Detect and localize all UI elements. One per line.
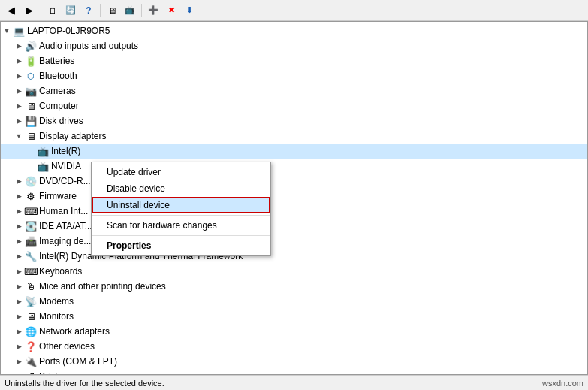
intel-label: Intel(R) <box>51 146 80 156</box>
audio-label: Audio inputs and outputs <box>39 41 138 51</box>
ide-arrow: ▶ <box>13 220 25 232</box>
update-driver-button[interactable]: 🔄 <box>62 2 79 19</box>
disk-label: Disk drives <box>39 116 83 126</box>
tree-item-display[interactable]: ▼ 🖥 Display adapters <box>1 128 587 144</box>
cameras-label: Cameras <box>39 86 76 96</box>
tree-item-nvidia[interactable]: ▶ 📺 NVIDIA <box>1 159 587 174</box>
imaging-arrow: ▶ <box>13 235 25 247</box>
tree-item-intel[interactable]: ▶ 📺 Intel(R) <box>1 144 587 159</box>
audio-icon: 🔊 <box>25 40 37 52</box>
tree-item-batteries[interactable]: ▶ 🔋 Batteries <box>1 53 587 68</box>
root-label: LAPTOP-0LJR9OR5 <box>27 26 110 36</box>
status-message: Uninstalls the driver for the selected d… <box>5 379 164 388</box>
separator-2 <box>100 4 101 17</box>
tree-item-monitors[interactable]: ▶ 🖥 Monitors <box>1 309 587 324</box>
properties-button[interactable]: 🗒 <box>44 2 61 19</box>
other-icon: ❓ <box>25 340 37 352</box>
tree-item-human[interactable]: ▶ ⌨ Human Int... <box>1 204 587 219</box>
device-tree[interactable]: ▼ 💻 LAPTOP-0LJR9OR5 ▶ 🔊 Audio inputs and… <box>1 22 587 374</box>
ctx-uninstall-device[interactable]: Uninstall device <box>92 197 270 213</box>
tree-item-disk[interactable]: ▶ 💾 Disk drives <box>1 113 587 128</box>
back-button[interactable]: ◀ <box>3 2 20 19</box>
tree-item-dvd[interactable]: ▶ 💿 DVD/CD-R... <box>1 174 587 189</box>
ctx-disable-device[interactable]: Disable device <box>92 180 270 197</box>
screen-button[interactable]: 🖥 <box>104 2 120 19</box>
tree-item-modems[interactable]: ▶ 📡 Modems <box>1 294 587 309</box>
tree-root[interactable]: ▼ 💻 LAPTOP-0LJR9OR5 <box>1 23 587 38</box>
ports-label: Ports (COM & LPT) <box>39 356 117 367</box>
disk-arrow: ▶ <box>13 115 25 127</box>
computer-icon2: 🖥 <box>25 100 37 112</box>
display-arrow: ▼ <box>13 130 25 142</box>
dvd-label: DVD/CD-R... <box>39 176 91 186</box>
intel-platform-icon: 🔧 <box>25 250 37 262</box>
ctx-properties[interactable]: Properties <box>92 237 270 254</box>
tree-item-firmware[interactable]: ▶ ⚙ Firmware <box>1 189 587 204</box>
display-icon: 🖥 <box>25 130 37 142</box>
ide-icon: 💽 <box>25 220 37 232</box>
keyboards-label: Keyboards <box>39 266 82 277</box>
batteries-icon: 🔋 <box>25 55 37 67</box>
tree-item-other[interactable]: ▶ ❓ Other devices <box>1 339 587 354</box>
human-label: Human Int... <box>39 206 88 216</box>
tree-item-mice[interactable]: ▶ 🖱 Mice and other pointing devices <box>1 279 587 294</box>
firmware-arrow: ▶ <box>13 190 25 202</box>
batteries-arrow: ▶ <box>13 55 25 67</box>
ctx-update-driver[interactable]: Update driver <box>92 164 270 180</box>
network-arrow: ▶ <box>13 325 25 337</box>
mice-arrow: ▶ <box>13 280 25 292</box>
cameras-icon: 📷 <box>25 85 37 97</box>
display-label: Display adapters <box>39 131 106 141</box>
disk-icon: 💾 <box>25 115 37 127</box>
status-bar: Uninstalls the driver for the selected d… <box>0 375 588 390</box>
remove-button[interactable]: ✖ <box>163 2 179 19</box>
ide-label: IDE ATA/AT... <box>39 221 92 231</box>
computer-icon: 💻 <box>13 25 25 37</box>
mice-icon: 🖱 <box>25 280 37 292</box>
tree-item-network[interactable]: ▶ 🌐 Network adapters <box>1 324 587 339</box>
intel-icon: 📺 <box>37 145 49 157</box>
tree-item-ide[interactable]: ▶ 💽 IDE ATA/AT... <box>1 219 587 234</box>
tree-item-print[interactable]: ▶ 🖨 Print queues <box>1 369 587 374</box>
tree-item-keyboards[interactable]: ▶ ⌨ Keyboards <box>1 264 587 279</box>
keyboards-icon: ⌨ <box>25 265 37 277</box>
status-watermark: wsxdn.com <box>542 379 583 388</box>
tree-item-bluetooth[interactable]: ▶ ⬡ Bluetooth <box>1 68 587 83</box>
firmware-icon: ⚙ <box>25 190 37 202</box>
ports-arrow: ▶ <box>13 355 25 367</box>
bluetooth-arrow: ▶ <box>13 70 25 82</box>
download-button[interactable]: ⬇ <box>181 2 198 19</box>
mice-label: Mice and other pointing devices <box>39 281 166 292</box>
modems-icon: 📡 <box>25 295 37 307</box>
ports-icon: 🔌 <box>25 355 37 367</box>
other-arrow: ▶ <box>13 340 25 352</box>
tree-item-imaging[interactable]: ▶ 📠 Imaging de... <box>1 234 587 249</box>
monitors-icon: 🖥 <box>25 310 37 322</box>
toolbar: ◀ ▶ 🗒 🔄 ? 🖥 📺 ➕ ✖ ⬇ <box>0 0 588 21</box>
network-label: Network adapters <box>39 326 110 337</box>
imaging-label: Imaging de... <box>39 236 91 246</box>
tree-item-audio[interactable]: ▶ 🔊 Audio inputs and outputs <box>1 38 587 53</box>
add-button[interactable]: ➕ <box>145 2 161 19</box>
nvidia-label: NVIDIA <box>51 161 81 171</box>
nvidia-icon: 📺 <box>37 160 49 172</box>
network-icon: 🌐 <box>25 325 37 337</box>
monitors-arrow: ▶ <box>13 310 25 322</box>
print-label: Print queues <box>39 371 89 374</box>
scan-button[interactable]: 📺 <box>122 2 138 19</box>
intel-platform-arrow: ▶ <box>13 250 25 262</box>
tree-item-intel-platform[interactable]: ▶ 🔧 Intel(R) Dynamic Platform and Therma… <box>1 249 587 264</box>
ctx-scan[interactable]: Scan for hardware changes <box>92 217 270 234</box>
tree-item-computer[interactable]: ▶ 🖥 Computer <box>1 98 587 113</box>
human-icon: ⌨ <box>25 205 37 217</box>
computer-arrow: ▶ <box>13 100 25 112</box>
root-arrow: ▼ <box>1 25 13 37</box>
separator-1 <box>41 4 41 17</box>
other-label: Other devices <box>39 341 95 352</box>
help-button[interactable]: ? <box>80 2 97 19</box>
forward-button[interactable]: ▶ <box>21 2 38 19</box>
dvd-arrow: ▶ <box>13 175 25 187</box>
tree-item-ports[interactable]: ▶ 🔌 Ports (COM & LPT) <box>1 354 587 369</box>
monitors-label: Monitors <box>39 311 74 322</box>
tree-item-cameras[interactable]: ▶ 📷 Cameras <box>1 83 587 98</box>
